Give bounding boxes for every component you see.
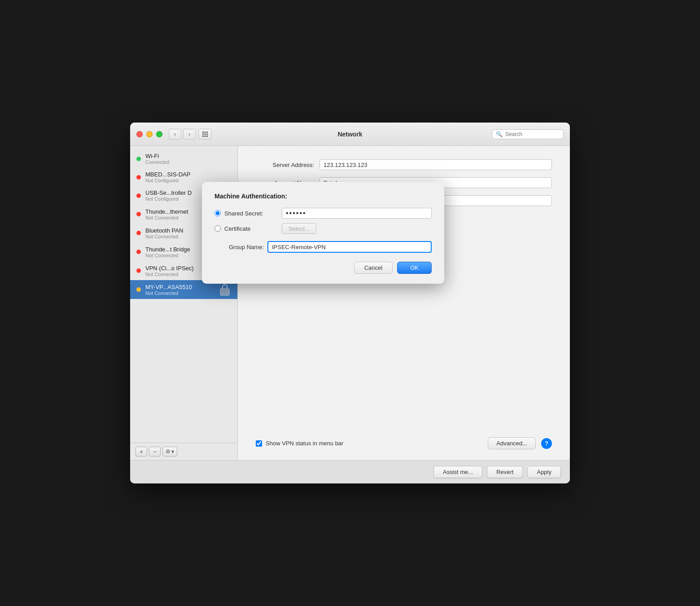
- net-status-wifi: Connected: [145, 159, 231, 165]
- status-dot-my-vpn: [136, 287, 141, 292]
- nav-buttons: ‹ ›: [169, 129, 196, 140]
- certificate-row: Certificate Select...: [214, 223, 432, 234]
- group-name-input[interactable]: [267, 241, 432, 253]
- show-vpn-row: Show VPN status in menu bar: [256, 440, 482, 447]
- status-dot-wifi: [136, 157, 141, 161]
- svg-rect-2: [206, 132, 208, 133]
- auth-options-section: Shared Secret: Certificate Select...: [214, 208, 432, 234]
- content-area: Wi-Fi Connected MBED...SIS-DAP Not Confi…: [130, 146, 570, 460]
- svg-rect-4: [205, 133, 206, 135]
- status-dot-vpn-cisco: [136, 268, 141, 273]
- net-status-my-vpn: Not Connected: [145, 290, 214, 296]
- bottom-row: Show VPN status in menu bar Advanced... …: [256, 437, 552, 449]
- forward-button[interactable]: ›: [183, 129, 196, 140]
- svg-rect-3: [202, 133, 204, 135]
- network-window: ‹ › Network 🔍: [130, 123, 570, 483]
- status-dot-usb: [136, 193, 141, 198]
- svg-rect-6: [202, 136, 204, 137]
- grid-button[interactable]: [198, 129, 212, 140]
- traffic-lights: [136, 131, 162, 137]
- apply-button[interactable]: Apply: [527, 466, 561, 478]
- svg-rect-7: [205, 136, 206, 137]
- select-button[interactable]: Select...: [282, 223, 316, 234]
- lock-icon-my-vpn: [219, 283, 231, 296]
- server-address-label: Server Address:: [256, 162, 314, 168]
- remove-network-button[interactable]: −: [149, 447, 161, 457]
- svg-rect-8: [206, 136, 208, 137]
- dialog-buttons: Cancel OK: [214, 262, 432, 274]
- revert-button[interactable]: Revert: [487, 466, 523, 478]
- server-address-input[interactable]: [319, 159, 552, 170]
- status-dot-thunder-ethernet: [136, 212, 141, 216]
- cancel-button[interactable]: Cancel: [354, 262, 393, 274]
- close-button[interactable]: [136, 131, 143, 137]
- certificate-label: Certificate: [224, 225, 278, 232]
- show-vpn-checkbox[interactable]: [256, 440, 262, 447]
- group-name-label: Group Name:: [214, 244, 264, 250]
- search-icon: 🔍: [496, 131, 503, 137]
- help-button[interactable]: ?: [541, 438, 552, 449]
- svg-rect-1: [205, 132, 206, 133]
- show-vpn-label: Show VPN status in menu bar: [266, 440, 343, 447]
- status-dot-mbed: [136, 175, 141, 180]
- svg-rect-0: [202, 132, 204, 133]
- status-dot-thunder-bridge: [136, 250, 141, 254]
- svg-rect-5: [206, 133, 208, 135]
- shared-secret-radio[interactable]: [214, 210, 221, 216]
- group-name-row: Group Name:: [214, 241, 432, 253]
- net-name-my-vpn: MY-VP...ASA5510: [145, 284, 214, 290]
- sidebar-item-wifi[interactable]: Wi-Fi Connected: [130, 149, 237, 168]
- titlebar: ‹ › Network 🔍: [130, 123, 570, 146]
- window-bottom-toolbar: Assist me... Revert Apply: [130, 460, 570, 483]
- dialog-title: Machine Authentication:: [214, 193, 432, 200]
- net-name-wifi: Wi-Fi: [145, 153, 231, 159]
- net-name-mbed: MBED...SIS-DAP: [145, 171, 231, 178]
- status-dot-bluetooth-pan: [136, 231, 141, 235]
- server-address-row: Server Address:: [256, 159, 552, 170]
- maximize-button[interactable]: [156, 131, 162, 137]
- certificate-radio[interactable]: [214, 225, 221, 232]
- machine-auth-dialog: Machine Authentication: Shared Secret: C…: [202, 182, 444, 284]
- search-input[interactable]: [505, 131, 560, 137]
- assist-me-button[interactable]: Assist me...: [433, 466, 482, 478]
- back-button[interactable]: ‹: [169, 129, 181, 140]
- gear-icon: ⚙: [166, 448, 171, 455]
- sidebar-toolbar: + − ⚙ ▾: [130, 443, 237, 460]
- shared-secret-label: Shared Secret:: [224, 210, 278, 217]
- search-bar[interactable]: 🔍: [492, 129, 564, 139]
- window-title: Network: [337, 131, 362, 138]
- chevron-down-icon: ▾: [171, 448, 174, 455]
- ok-button[interactable]: OK: [397, 262, 432, 274]
- gear-menu-button[interactable]: ⚙ ▾: [162, 447, 177, 457]
- minimize-button[interactable]: [146, 131, 153, 137]
- shared-secret-input[interactable]: [282, 208, 432, 219]
- advanced-button[interactable]: Advanced...: [488, 437, 536, 449]
- shared-secret-row: Shared Secret:: [214, 208, 432, 219]
- add-network-button[interactable]: +: [136, 447, 147, 457]
- svg-rect-17: [220, 289, 229, 295]
